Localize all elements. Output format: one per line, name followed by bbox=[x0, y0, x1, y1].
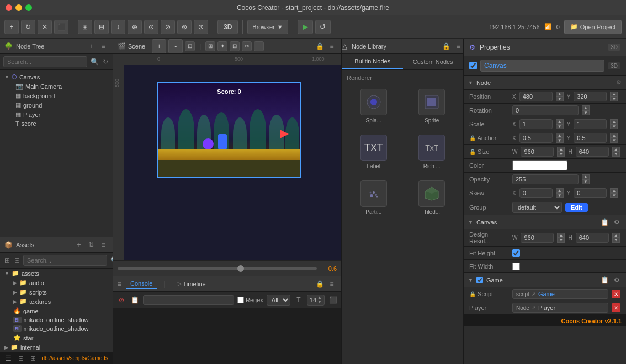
scale-y-up[interactable]: ▲ bbox=[610, 119, 618, 124]
refresh-tree-button[interactable]: ↻ bbox=[21, 20, 35, 34]
close-scene-button[interactable]: ✕ bbox=[38, 20, 52, 34]
search-icon-button[interactable]: 🔍 bbox=[89, 57, 99, 67]
status-menu-btn[interactable]: ☰ bbox=[4, 354, 13, 363]
settings-button[interactable]: ⬛ bbox=[54, 20, 68, 34]
maximize-button[interactable] bbox=[25, 4, 32, 11]
canvas-section-copy-btn[interactable]: 📋 bbox=[600, 217, 609, 227]
console-font-icon[interactable]: T bbox=[294, 295, 304, 305]
scene-viewport[interactable]: Drag with right mouse button to pan view… bbox=[113, 54, 341, 260]
scale-x-down[interactable]: ▼ bbox=[556, 124, 564, 129]
rotation-input[interactable] bbox=[512, 105, 579, 115]
canvas-name-input[interactable] bbox=[480, 60, 604, 72]
close-button[interactable] bbox=[6, 4, 12, 11]
assets-search-input[interactable] bbox=[23, 255, 107, 266]
assets-item-mikado1[interactable]: Bf mikado_outline_shadow bbox=[0, 315, 113, 324]
assets-item-audio[interactable]: ▶ 📁 audio bbox=[0, 278, 113, 287]
scene-more-btn[interactable]: ⋯ bbox=[254, 41, 264, 51]
console-tab[interactable]: Console bbox=[126, 279, 157, 289]
tree-item-main-camera[interactable]: 📷 Main Camera bbox=[0, 82, 113, 91]
design-h-input[interactable] bbox=[576, 233, 609, 243]
assets-item-star[interactable]: ⭐ star bbox=[0, 333, 113, 342]
canvas-enabled-checkbox[interactable] bbox=[469, 62, 477, 69]
tab-builtin-nodes[interactable]: Builtin Nodes bbox=[342, 54, 403, 69]
assets-item-mikado2[interactable]: Bf mikado_outline_shadow bbox=[0, 324, 113, 333]
tree-item-ground[interactable]: ▦ ground bbox=[0, 100, 113, 110]
scene-design-btn[interactable]: ⊟ bbox=[230, 41, 240, 51]
node-section-header[interactable]: ▼ Node ⚙ bbox=[464, 76, 626, 90]
scale-y-down[interactable]: ▼ bbox=[610, 124, 618, 129]
size-h-stepper[interactable]: ▲ ▼ bbox=[612, 147, 620, 157]
scene-snap-btn[interactable]: ✦ bbox=[217, 41, 227, 51]
transform-button-5[interactable]: ⊛ bbox=[177, 20, 192, 34]
transform-button-2[interactable]: ⊕ bbox=[128, 20, 142, 34]
node-tree-add-button[interactable]: + bbox=[86, 41, 96, 51]
console-filter-select[interactable]: All bbox=[267, 295, 290, 306]
pos-x-up[interactable]: ▲ bbox=[556, 92, 564, 97]
console-expand-btn[interactable]: ⬛ bbox=[328, 295, 338, 305]
pos-x-stepper[interactable]: ▲ ▼ bbox=[556, 92, 564, 101]
minimize-button[interactable] bbox=[15, 4, 22, 11]
regex-checkbox[interactable] bbox=[237, 297, 244, 303]
design-w-stepper[interactable]: ▲ ▼ bbox=[557, 233, 565, 243]
scale-y-stepper[interactable]: ▲ ▼ bbox=[610, 119, 618, 129]
assets-item-scripts[interactable]: ▶ 📁 scripts bbox=[0, 287, 113, 297]
scene-slider-thumb[interactable] bbox=[237, 265, 244, 272]
size-w-input[interactable] bbox=[521, 147, 554, 157]
transform-button-6[interactable]: ⊚ bbox=[194, 20, 208, 34]
assets-item-game[interactable]: 🔥 game bbox=[0, 306, 113, 315]
color-swatch[interactable] bbox=[512, 160, 567, 170]
node-section-gear-icon[interactable]: ⚙ bbox=[616, 79, 622, 86]
tab-custom-nodes[interactable]: Custom Nodes bbox=[403, 54, 464, 69]
skew-x-up[interactable]: ▲ bbox=[556, 188, 564, 193]
opacity-input[interactable] bbox=[512, 174, 579, 184]
scene-zoom-slider[interactable] bbox=[118, 267, 317, 270]
pos-y-input[interactable] bbox=[574, 92, 607, 101]
console-copy-btn[interactable]: 📋 bbox=[130, 295, 140, 305]
console-menu-btn[interactable]: ≡ bbox=[327, 279, 337, 289]
skew-y-up[interactable]: ▲ bbox=[610, 188, 618, 193]
node-lib-item-label[interactable]: TXT Label bbox=[347, 131, 401, 173]
node-lib-item-splash[interactable]: Spla... bbox=[347, 85, 401, 127]
browser-dropdown[interactable]: Browser ▼ bbox=[247, 20, 288, 34]
game-section-gear-icon[interactable]: ⚙ bbox=[612, 275, 622, 285]
assets-item-textures[interactable]: ▶ 📁 textures bbox=[0, 297, 113, 306]
node-lib-item-sprite[interactable]: Sprite bbox=[405, 85, 459, 127]
design-h-stepper[interactable]: ▲ ▼ bbox=[612, 233, 620, 243]
player-remove-button[interactable]: ✕ bbox=[612, 303, 620, 312]
anchor-x-down[interactable]: ▼ bbox=[556, 138, 564, 143]
pos-y-stepper[interactable]: ▲ ▼ bbox=[610, 92, 618, 101]
skew-x-input[interactable] bbox=[519, 188, 553, 198]
scale-x-input[interactable] bbox=[519, 119, 553, 129]
game-section-copy-btn[interactable]: 📋 bbox=[600, 275, 609, 285]
reload-button[interactable]: ↺ bbox=[315, 20, 331, 34]
pos-y-up[interactable]: ▲ bbox=[610, 92, 618, 97]
fit-width-checkbox[interactable] bbox=[512, 263, 520, 270]
design-h-down[interactable]: ▼ bbox=[612, 238, 620, 243]
pos-y-down[interactable]: ▼ bbox=[610, 97, 618, 101]
rotation-stepper[interactable]: ▲ ▼ bbox=[582, 105, 590, 115]
tree-item-player[interactable]: ▦ Player bbox=[0, 110, 113, 119]
assets-search-icon[interactable]: ⊞ bbox=[3, 255, 11, 265]
transform-button-1[interactable]: ↕ bbox=[111, 20, 125, 34]
script-remove-button[interactable]: ✕ bbox=[612, 290, 620, 298]
assets-search-submit[interactable]: 🔍 bbox=[109, 255, 113, 265]
refresh-icon-button[interactable]: ↻ bbox=[102, 57, 109, 67]
assets-menu-button[interactable]: ≡ bbox=[98, 240, 108, 250]
assets-item-root[interactable]: ▼ 📁 assets bbox=[0, 269, 113, 278]
status-list-btn[interactable]: ⊟ bbox=[17, 354, 25, 363]
scale-x-up[interactable]: ▲ bbox=[556, 119, 564, 124]
group-dropdown[interactable]: default bbox=[512, 202, 562, 213]
node-lib-menu-btn[interactable]: ≡ bbox=[453, 41, 463, 51]
transform-button-3[interactable]: ⊙ bbox=[144, 20, 158, 34]
console-clear-btn[interactable]: ⊘ bbox=[116, 295, 126, 305]
script-ref[interactable]: script ↗ Game bbox=[512, 289, 608, 299]
game-section-header[interactable]: ▼ Game 📋 ⚙ bbox=[464, 273, 626, 287]
anchor-y-stepper[interactable]: ▲ ▼ bbox=[610, 133, 618, 143]
scene-lock-btn[interactable]: 🔒 bbox=[315, 41, 325, 51]
design-w-down[interactable]: ▼ bbox=[557, 238, 565, 243]
group-edit-button[interactable]: Edit bbox=[565, 203, 588, 212]
assets-sort-button[interactable]: ⇅ bbox=[86, 240, 96, 250]
transform-button-4[interactable]: ⊘ bbox=[161, 20, 175, 34]
assets-add-button[interactable]: + bbox=[74, 240, 84, 250]
anchor-x-up[interactable]: ▲ bbox=[556, 133, 564, 138]
